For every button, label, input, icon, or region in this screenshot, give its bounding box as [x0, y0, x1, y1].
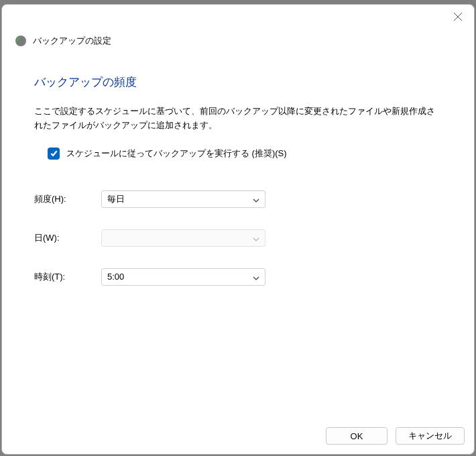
close-button[interactable] [453, 11, 463, 22]
footer: OK キャンセル [2, 418, 474, 454]
cancel-button[interactable]: キャンセル [396, 427, 465, 445]
close-icon [453, 11, 463, 22]
dialog-window: バックアップの設定 バックアップの頻度 ここで設定するスケジュールに基づいて、前… [1, 4, 475, 455]
time-label: 時刻(T): [34, 271, 101, 283]
time-value: 5:00 [107, 272, 124, 282]
checkmark-icon [50, 149, 58, 158]
schedule-checkbox[interactable] [48, 148, 60, 160]
day-label: 日(W): [34, 232, 101, 244]
window-title: バックアップの設定 [33, 35, 111, 47]
frequency-value: 毎日 [107, 193, 125, 205]
description-text: ここで設定するスケジュールに基づいて、前回のバックアップ以降に変更されたファイル… [34, 105, 442, 133]
chevron-down-icon [253, 235, 259, 241]
ok-button-label: OK [351, 431, 363, 441]
frequency-row: 頻度(H): 毎日 [34, 190, 442, 208]
page-heading: バックアップの頻度 [34, 74, 442, 90]
content-area: バックアップの頻度 ここで設定するスケジュールに基づいて、前回のバックアップ以降… [2, 60, 474, 418]
time-dropdown[interactable]: 5:00 [101, 268, 265, 286]
day-dropdown [101, 229, 265, 247]
day-row: 日(W): [34, 229, 442, 247]
schedule-checkbox-label: スケジュールに従ってバックアップを実行する (推奨)(S) [66, 148, 287, 160]
frequency-dropdown[interactable]: 毎日 [101, 190, 265, 208]
chevron-down-icon [253, 196, 259, 203]
chevron-down-icon [253, 274, 259, 280]
ok-button[interactable]: OK [326, 427, 388, 445]
cancel-button-label: キャンセル [408, 430, 452, 442]
titlebar [2, 5, 474, 29]
time-row: 時刻(T): 5:00 [34, 268, 442, 286]
frequency-label: 頻度(H): [34, 193, 101, 205]
header: バックアップの設定 [2, 29, 474, 60]
backup-icon [14, 34, 27, 48]
schedule-checkbox-row: スケジュールに従ってバックアップを実行する (推奨)(S) [48, 148, 442, 160]
